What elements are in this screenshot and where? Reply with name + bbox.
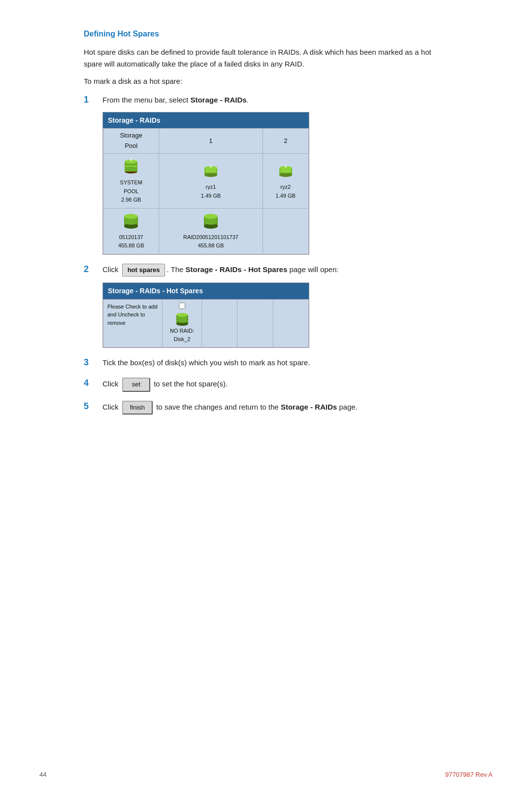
step-3: 3 Tick the box(es) of disk(s) which you … xyxy=(84,357,448,369)
hot-spare-disk-icon xyxy=(174,311,190,327)
system-pool-cell: S SYSTEMPOOL2.98 GB xyxy=(103,153,159,208)
step-2-text-before: Click xyxy=(102,265,121,274)
step-1-link: Storage - RAIDs xyxy=(190,96,246,104)
ryz1-label: ryz11.49 GB xyxy=(201,183,221,200)
col-2: 2 xyxy=(263,129,308,154)
intro-paragraph: Hot spare disks can be defined to provid… xyxy=(84,46,448,70)
hot-spare-disk-label: NO RAID: Disk_2 xyxy=(166,327,198,344)
svg-point-14 xyxy=(279,173,292,177)
step-4: 4 Click set to set the hot spare(s). xyxy=(84,378,448,392)
step-4-text-after: to set the hot spare(s). xyxy=(152,380,228,388)
hot-spares-empty-3 xyxy=(273,299,308,347)
to-mark-text: To mark a disk as a hot spare: xyxy=(84,77,448,85)
col-1: 1 xyxy=(159,129,263,154)
svg-text:S: S xyxy=(210,165,212,168)
ryz2-cell: S ryz21.49 GB xyxy=(263,153,308,208)
step-5-text-before: Click xyxy=(102,403,121,411)
page-number: 44 xyxy=(39,771,46,778)
ryz2-label: ryz21.49 GB xyxy=(276,183,296,200)
svg-text:S: S xyxy=(284,165,287,168)
svg-point-27 xyxy=(204,214,218,219)
step-5-number: 5 xyxy=(84,401,96,412)
raid-label: RAID20051201101737455.88 GB xyxy=(183,233,238,250)
large-disk-label: 05120137455.88 GB xyxy=(118,233,144,250)
hot-spares-button[interactable]: hot spares xyxy=(122,264,166,277)
step-1-text-before: From the menu bar, select xyxy=(102,96,190,104)
section-title: Defining Hot Spares xyxy=(84,30,448,38)
svg-text:S: S xyxy=(130,158,133,162)
hot-spares-header: Storage - RAIDs - Hot Spares xyxy=(103,283,309,299)
system-pool-label: SYSTEMPOOL2.98 GB xyxy=(120,178,142,205)
svg-point-32 xyxy=(176,313,188,317)
finish-button[interactable]: finish xyxy=(122,401,153,415)
large-disk-cell: 05120137455.88 GB xyxy=(103,208,159,254)
step-5: 5 Click finish to save the changes and r… xyxy=(84,401,448,415)
raid-cell: RAID20051201101737455.88 GB xyxy=(159,208,263,254)
doc-number: 97707987 Rev A xyxy=(445,771,493,778)
svg-point-9 xyxy=(204,173,217,177)
step-2-text-middle: . The xyxy=(166,265,185,274)
step-2-number: 2 xyxy=(84,264,96,275)
footer: 44 97707987 Rev A xyxy=(39,771,493,778)
col-storage-pool: StoragePool xyxy=(103,129,159,154)
step-5-text-end: page. xyxy=(337,403,358,411)
step-2-text-end: page will open: xyxy=(287,265,338,274)
hot-spares-empty-2 xyxy=(237,299,273,347)
step-2-bold: Storage - RAIDs - Hot Spares xyxy=(186,265,288,274)
step-3-number: 3 xyxy=(84,357,96,368)
svg-point-3 xyxy=(125,167,137,171)
hot-spares-disk-cell: NO RAID: Disk_2 xyxy=(163,299,202,347)
svg-point-22 xyxy=(124,214,138,219)
step-4-text-before: Click xyxy=(102,380,121,388)
step-5-bold: Storage - RAIDs xyxy=(281,403,337,411)
hot-spares-empty-1 xyxy=(202,299,237,347)
step-2: 2 Click hot spares. The Storage - RAIDs … xyxy=(84,264,448,348)
empty-cell xyxy=(263,208,308,254)
set-button[interactable]: set xyxy=(122,378,150,392)
step-4-number: 4 xyxy=(84,378,96,388)
step-1-text-after: . xyxy=(247,96,249,104)
hot-spare-checkbox[interactable] xyxy=(179,303,185,309)
step-3-text: Tick the box(es) of disk(s) which you wi… xyxy=(102,357,448,369)
step-1-number: 1 xyxy=(84,95,96,105)
step-1: 1 From the menu bar, select Storage - RA… xyxy=(84,94,448,255)
hot-spares-table: Storage - RAIDs - Hot Spares Please Chec… xyxy=(102,282,309,348)
ryz1-cell: S ryz11.49 GB xyxy=(159,153,263,208)
storage-raids-header: Storage - RAIDs xyxy=(103,112,309,128)
storage-raids-table: Storage - RAIDs StoragePool 1 2 xyxy=(102,112,309,255)
hot-spares-instructions-cell: Please Check to add and Uncheck to remov… xyxy=(103,299,163,347)
step-5-text-after: to save the changes and return to the xyxy=(154,403,281,411)
hot-spares-instructions-text: Please Check to add and Uncheck to remov… xyxy=(107,303,158,327)
